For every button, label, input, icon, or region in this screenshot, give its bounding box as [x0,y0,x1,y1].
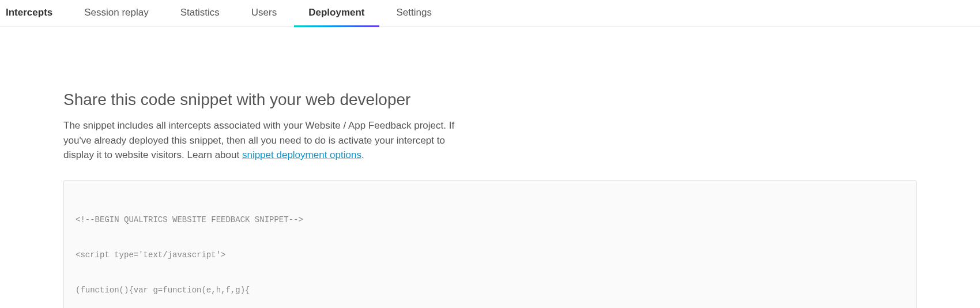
code-line: <script type='text/javascript'> [76,249,904,261]
content-area: Share this code snippet with your web de… [0,27,922,308]
description-post: . [361,149,364,160]
tab-session-replay[interactable]: Session replay [84,0,149,27]
tab-statistics[interactable]: Statistics [180,0,220,27]
code-line: <!--BEGIN QUALTRICS WEBSITE FEEDBACK SNI… [76,214,904,226]
snippet-options-link[interactable]: snippet deployment options [242,149,361,160]
description-text: The snippet includes all intercepts asso… [63,118,473,163]
code-line: (function(){var g=function(e,h,f,g){ [76,284,904,296]
tab-settings[interactable]: Settings [397,0,432,27]
page-title: Share this code snippet with your web de… [63,91,859,109]
tab-users[interactable]: Users [251,0,277,27]
code-snippet-block[interactable]: <!--BEGIN QUALTRICS WEBSITE FEEDBACK SNI… [63,180,917,309]
main-tabs: Intercepts Session replay Statistics Use… [0,0,980,27]
tab-intercepts[interactable]: Intercepts [6,0,52,27]
tab-deployment[interactable]: Deployment [308,0,364,27]
